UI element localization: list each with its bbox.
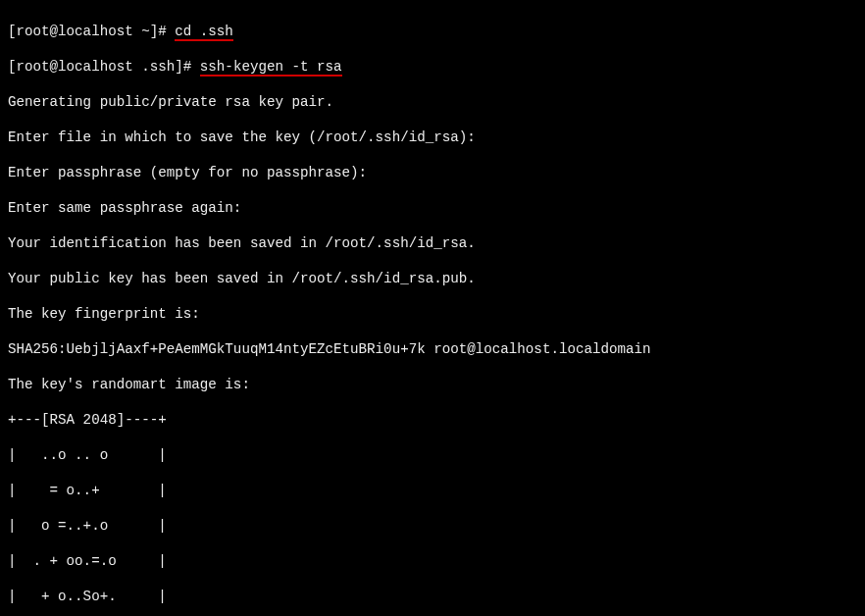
randomart: +---[RSA 2048]----+	[8, 411, 857, 429]
output: Enter file in which to save the key (/ro…	[8, 128, 857, 146]
prompt: [root@localhost ~]#	[8, 24, 167, 39]
output: The key fingerprint is:	[8, 305, 857, 323]
randomart: | + o..So+. |	[8, 588, 857, 605]
randomart: | o =..+.o |	[8, 517, 857, 535]
output: Your public key has been saved in /root/…	[8, 270, 857, 287]
output: Enter same passphrase again:	[8, 199, 857, 217]
output: Generating public/private rsa key pair.	[8, 93, 857, 111]
output: SHA256:UebjljAaxf+PeAemMGkTuuqM14ntyEZcE…	[8, 340, 857, 358]
randomart: | = o..+ |	[8, 482, 857, 499]
output: The key's randomart image is:	[8, 376, 857, 393]
randomart: | ..o .. o |	[8, 446, 857, 464]
randomart: | . + oo.=.o |	[8, 552, 857, 570]
line-cmd-keygen: [root@localhost .ssh]# ssh-keygen -t rsa	[8, 58, 857, 76]
terminal[interactable]: [root@localhost ~]# cd .ssh [root@localh…	[0, 0, 865, 616]
cmd-cd: cd .ssh	[175, 24, 233, 39]
cmd-keygen: ssh-keygen -t rsa	[200, 59, 342, 75]
output: Enter passphrase (empty for no passphras…	[8, 164, 857, 181]
prompt: [root@localhost .ssh]#	[8, 59, 191, 75]
line-cmd-cd: [root@localhost ~]# cd .ssh	[8, 23, 857, 40]
output: Your identification has been saved in /r…	[8, 234, 857, 252]
